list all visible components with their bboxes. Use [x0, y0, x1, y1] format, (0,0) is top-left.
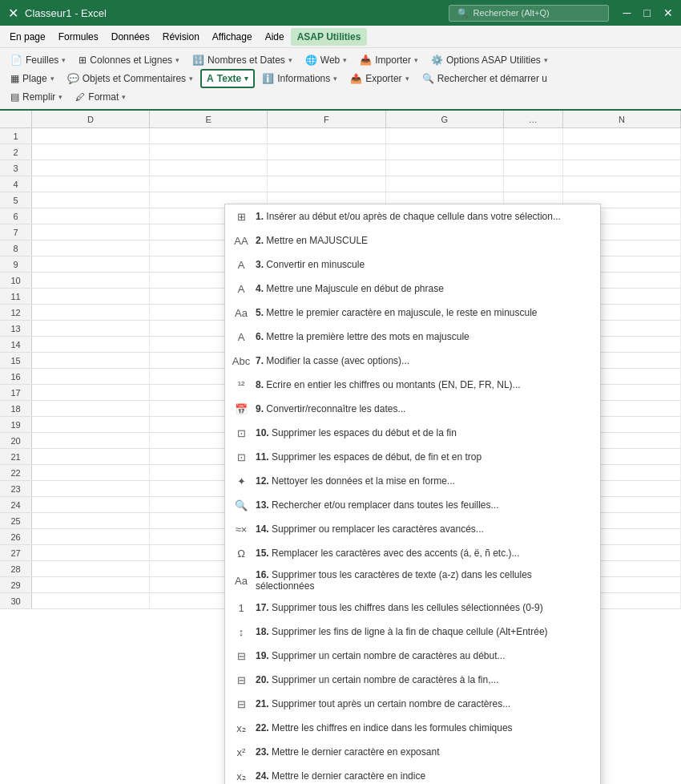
grid-cell[interactable]	[32, 337, 150, 352]
menu-donnees[interactable]: Données	[105, 28, 156, 46]
grid-cell[interactable]	[32, 321, 150, 336]
grid-cell[interactable]	[32, 208, 150, 224]
grid-cell[interactable]	[32, 369, 150, 384]
ribbon-informations[interactable]: ℹ️ Informations ▾	[256, 70, 343, 87]
grid-cell[interactable]	[32, 257, 150, 272]
grid-cell[interactable]	[268, 176, 385, 192]
grid-cell[interactable]	[32, 497, 150, 512]
list-item[interactable]: x₂22. Mettre les chiffres en indice dans…	[225, 716, 600, 740]
grid-cell[interactable]	[563, 176, 681, 192]
list-item[interactable]: ⊡11. Supprimer les espaces de début, de …	[225, 445, 600, 469]
ribbon-colonnes[interactable]: ⊞ Colonnes et Lignes ▾	[73, 51, 185, 69]
grid-cell[interactable]	[150, 176, 268, 192]
ribbon-importer[interactable]: 📥 Importer ▾	[354, 51, 424, 69]
grid-cell[interactable]	[32, 593, 150, 608]
list-item[interactable]: 📅9. Convertir/reconnaître les dates...	[225, 397, 600, 421]
menu-aide[interactable]: Aide	[259, 28, 291, 46]
grid-cell[interactable]	[32, 401, 150, 416]
grid-cell[interactable]	[32, 240, 150, 256]
list-item[interactable]: A6. Mettre la première lettre des mots e…	[225, 325, 600, 349]
menu-asap[interactable]: ASAP Utilities	[291, 28, 368, 46]
grid-cell[interactable]	[32, 128, 150, 143]
list-item[interactable]: ⊡10. Supprimer les espaces du début et d…	[225, 421, 600, 445]
grid-cell[interactable]	[32, 144, 150, 160]
menu-formules[interactable]: Formules	[52, 28, 105, 46]
ribbon-objets[interactable]: 💬 Objets et Commentaires ▾	[62, 70, 199, 87]
grid-cell[interactable]	[150, 144, 268, 160]
grid-cell[interactable]	[504, 144, 563, 160]
menu-revision[interactable]: Révision	[156, 28, 206, 46]
grid-cell[interactable]	[563, 128, 681, 143]
list-item[interactable]: Ω15. Remplacer les caractères avec des a…	[225, 541, 600, 565]
grid-cell[interactable]	[32, 305, 150, 320]
grid-cell[interactable]	[32, 385, 150, 400]
ribbon-exporter[interactable]: 📤 Exporter ▾	[345, 70, 414, 87]
grid-cell[interactable]	[386, 128, 504, 143]
list-item[interactable]: x₂24. Mettre le dernier caractère en ind…	[225, 764, 600, 784]
grid-cell[interactable]	[32, 433, 150, 448]
grid-cell[interactable]	[268, 144, 385, 160]
grid-cell[interactable]	[563, 144, 681, 160]
grid-cell[interactable]	[32, 513, 150, 528]
search-box[interactable]: 🔍 Rechercher (Alt+Q)	[449, 5, 609, 22]
ribbon-texte[interactable]: A Texte ▾	[200, 69, 255, 88]
table-row[interactable]: 1	[0, 128, 681, 144]
list-item[interactable]: AA2. Mettre en MAJUSCULE	[225, 228, 600, 253]
grid-cell[interactable]	[504, 176, 563, 192]
ribbon-format[interactable]: 🖊 Format ▾	[70, 88, 131, 106]
grid-cell[interactable]	[32, 481, 150, 496]
grid-cell[interactable]	[32, 176, 150, 192]
list-item[interactable]: x²23. Mettre le dernier caractère en exp…	[225, 740, 600, 764]
grid-cell[interactable]	[32, 529, 150, 544]
grid-cell[interactable]	[32, 160, 150, 176]
list-item[interactable]: ⊟20. Supprimer un certain nombre de cara…	[225, 668, 600, 692]
grid-cell[interactable]	[32, 273, 150, 288]
ribbon-remplir[interactable]: ▤ Remplir ▾	[5, 88, 68, 106]
list-item[interactable]: ↕18. Supprimer les fins de ligne à la fi…	[225, 620, 600, 644]
grid-cell[interactable]	[150, 128, 268, 143]
ribbon-feuilles[interactable]: 📄 Feuilles ▾	[5, 51, 71, 69]
list-item[interactable]: ✦12. Nettoyer les données et la mise en …	[225, 469, 600, 493]
list-item[interactable]: 117. Supprimer tous les chiffres dans le…	[225, 596, 600, 620]
ribbon-options[interactable]: ⚙️ Options ASAP Utilities ▾	[425, 51, 554, 69]
grid-cell[interactable]	[504, 128, 563, 143]
list-item[interactable]: Aa5. Mettre le premier caractère en maju…	[225, 301, 600, 325]
grid-cell[interactable]	[268, 160, 385, 176]
grid-cell[interactable]	[32, 289, 150, 304]
grid-cell[interactable]	[268, 128, 385, 143]
table-row[interactable]: 2	[0, 144, 681, 160]
table-row[interactable]: 3	[0, 160, 681, 176]
grid-cell[interactable]	[32, 417, 150, 432]
list-item[interactable]: ≈×14. Supprimer ou remplacer les caractè…	[225, 517, 600, 541]
table-row[interactable]: 4	[0, 176, 681, 192]
grid-cell[interactable]	[32, 224, 150, 240]
grid-cell[interactable]	[386, 144, 504, 160]
menu-affichage[interactable]: Affichage	[206, 28, 259, 46]
list-item[interactable]: ⊟21. Supprimer tout après un certain nom…	[225, 692, 600, 716]
list-item[interactable]: ⊞1. Insérer au début et/ou après de chaq…	[225, 204, 600, 228]
grid-cell[interactable]	[32, 449, 150, 464]
menu-en-page[interactable]: En page	[3, 28, 52, 46]
ribbon-web[interactable]: 🌐 Web ▾	[300, 51, 353, 69]
grid-cell[interactable]	[32, 545, 150, 560]
grid-cell[interactable]	[504, 160, 563, 176]
grid-cell[interactable]	[563, 160, 681, 176]
ribbon-rechercher[interactable]: 🔍 Rechercher et démarrer u	[417, 70, 553, 87]
ribbon-plage[interactable]: ▦ Plage ▾	[5, 70, 60, 87]
list-item[interactable]: ⊟19. Supprimer un certain nombre de cara…	[225, 644, 600, 668]
grid-cell[interactable]	[386, 160, 504, 176]
grid-cell[interactable]	[32, 192, 150, 208]
grid-cell[interactable]	[386, 176, 504, 192]
grid-cell[interactable]	[32, 577, 150, 592]
list-item[interactable]: A3. Convertir en minuscule	[225, 253, 600, 277]
list-item[interactable]: A4. Mettre une Majuscule en début de phr…	[225, 277, 600, 301]
grid-cell[interactable]	[32, 561, 150, 576]
list-item[interactable]: 🔍13. Rechercher et/ou remplacer dans tou…	[225, 493, 600, 517]
list-item[interactable]: ¹²8. Ecrire en entier les chiffres ou mo…	[225, 373, 600, 397]
list-item[interactable]: Abc7. Modifier la casse (avec options)..…	[225, 349, 600, 373]
grid-cell[interactable]	[150, 160, 268, 176]
list-item[interactable]: Aa16. Supprimer tous les caractères de t…	[225, 565, 600, 596]
ribbon-nombres[interactable]: 🔢 Nombres et Dates ▾	[187, 51, 298, 69]
grid-cell[interactable]	[32, 353, 150, 368]
grid-cell[interactable]	[32, 465, 150, 480]
